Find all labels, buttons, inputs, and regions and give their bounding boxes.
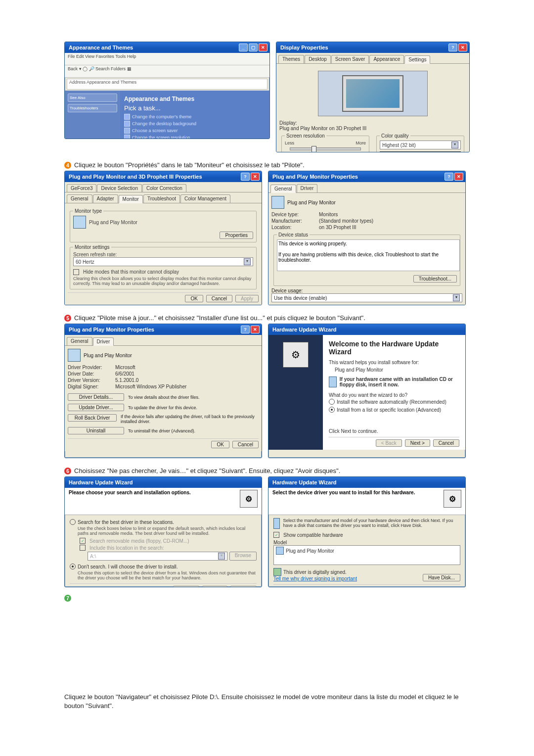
tab-general[interactable]: General bbox=[67, 337, 92, 345]
close-icon[interactable]: ✕ bbox=[454, 173, 463, 181]
task-screensaver[interactable]: Choose a screen saver bbox=[124, 128, 266, 134]
radio-auto[interactable]: Install the software automatically (Reco… bbox=[329, 399, 459, 405]
troubleshoot-button[interactable]: Troubleshoot... bbox=[413, 275, 457, 283]
tab-appearance[interactable]: Appearance bbox=[369, 55, 404, 63]
tab-driver[interactable]: Driver bbox=[297, 184, 318, 192]
help-icon[interactable]: ? bbox=[241, 173, 250, 181]
wiz1-titlebar: Hardware Update Wizard bbox=[268, 324, 465, 335]
cancel-button[interactable]: Cancel bbox=[434, 587, 460, 587]
driver-details-desc: To view details about the driver files. bbox=[128, 395, 200, 400]
radio-icon bbox=[329, 407, 335, 413]
tab-screen-saver[interactable]: Screen Saver bbox=[331, 55, 369, 63]
resolution-slider[interactable] bbox=[290, 147, 361, 150]
signer-value: Microsoft Windows XP Publisher bbox=[115, 384, 186, 389]
device-type-label: Device type: bbox=[271, 212, 315, 217]
radio-search-best[interactable]: Search for the best driver in these loca… bbox=[70, 519, 257, 525]
device-name: Plug and Play Monitor bbox=[84, 353, 132, 358]
tab-general[interactable]: General bbox=[270, 185, 296, 193]
tab-desktop[interactable]: Desktop bbox=[305, 55, 331, 63]
driver-date-label: Driver Date: bbox=[68, 371, 111, 377]
huw2-title: Hardware Update Wizard bbox=[69, 479, 133, 485]
wizard-side-art: ⚙ bbox=[268, 335, 323, 450]
checkbox-icon bbox=[80, 545, 86, 551]
tab-general[interactable]: General bbox=[67, 194, 92, 203]
cp-heading: Appearance and Themes bbox=[124, 95, 266, 102]
device-status-legend: Device status bbox=[277, 232, 310, 237]
tab-color-management[interactable]: Color Management bbox=[180, 194, 230, 203]
have-disk-button[interactable]: Have Disk... bbox=[423, 574, 460, 581]
ok-button[interactable]: OK bbox=[185, 295, 203, 302]
close-icon[interactable]: ✕ bbox=[458, 44, 467, 51]
uninstall-button[interactable]: Uninstall bbox=[68, 427, 124, 434]
model-item[interactable]: Plug and Play Monitor bbox=[276, 547, 458, 555]
drv-tabs: General Driver bbox=[65, 335, 262, 346]
cancel-button[interactable]: Cancel bbox=[433, 439, 459, 447]
tab-settings[interactable]: Settings bbox=[404, 55, 430, 64]
cp-sidebar: See Also Troubleshooters bbox=[65, 91, 120, 139]
display-value: Plug and Play Monitor on 3D Prophet III bbox=[279, 126, 466, 131]
maximize-icon[interactable]: ▢ bbox=[249, 44, 258, 51]
monitor-icon bbox=[271, 196, 284, 209]
help-icon[interactable]: ? bbox=[445, 173, 453, 181]
location-input[interactable]: A:\ ▾ bbox=[88, 552, 227, 561]
back-button[interactable]: < Back bbox=[377, 587, 403, 587]
task-theme[interactable]: Change the computer's theme bbox=[124, 114, 266, 120]
step-6-badge: 6 bbox=[64, 468, 71, 474]
cb-removable-media[interactable]: Search removable media (floppy, CD-ROM..… bbox=[80, 538, 257, 544]
wizard-search-options-window: Hardware Update Wizard Please choose you… bbox=[64, 476, 262, 587]
troubleshooters-box: Troubleshooters bbox=[68, 104, 117, 112]
cancel-button[interactable]: Cancel bbox=[206, 295, 232, 302]
next-button[interactable]: Next > bbox=[405, 439, 430, 447]
signer-label: Digital Signer: bbox=[68, 384, 111, 389]
radio-list[interactable]: Install from a list or specific location… bbox=[329, 407, 459, 413]
minimize-icon[interactable]: _ bbox=[239, 44, 248, 51]
browse-button[interactable]: Browse bbox=[229, 552, 257, 561]
close-icon[interactable]: ✕ bbox=[251, 326, 260, 333]
cancel-button[interactable]: Cancel bbox=[232, 441, 259, 448]
radio-dont-search[interactable]: Don't search. I will choose the driver t… bbox=[70, 564, 257, 569]
task-desktop-bg[interactable]: Change the desktop background bbox=[124, 121, 266, 127]
driver-version-label: Driver Version: bbox=[68, 378, 111, 383]
cb-show-compatible[interactable]: Show compatible hardware bbox=[273, 532, 460, 538]
cp-menubar[interactable]: File Edit View Favorites Tools Help bbox=[65, 53, 269, 65]
roll-back-driver-button[interactable]: Roll Back Driver bbox=[68, 414, 117, 422]
cb-include-location[interactable]: Include this location in the search: bbox=[80, 545, 257, 551]
hide-modes-checkbox[interactable] bbox=[73, 269, 79, 275]
tab-themes[interactable]: Themes bbox=[278, 55, 304, 63]
tab-troubleshoot[interactable]: Troubleshoot bbox=[143, 194, 180, 203]
help-icon[interactable]: ? bbox=[448, 44, 457, 51]
cp-title: Appearance and Themes bbox=[69, 45, 133, 50]
tab-adapter[interactable]: Adapter bbox=[93, 194, 118, 203]
apply-button[interactable]: Apply bbox=[235, 295, 259, 302]
tab-device-selection[interactable]: Device Selection bbox=[97, 184, 141, 192]
next-button[interactable]: Next > bbox=[406, 587, 431, 587]
cancel-button[interactable]: Cancel bbox=[230, 586, 257, 587]
monitor-icon bbox=[276, 547, 284, 555]
task-resolution[interactable]: Change the screen resolution bbox=[124, 135, 266, 139]
signing-info-link[interactable]: Tell me why driver signing is important bbox=[273, 576, 357, 581]
close-icon[interactable]: ✕ bbox=[259, 44, 267, 51]
tab-geforce3[interactable]: GeForce3 bbox=[67, 184, 96, 192]
device-status-text: This device is working properly. If you … bbox=[277, 239, 460, 271]
color-quality-select[interactable]: Highest (32 bit) ▾ bbox=[380, 141, 461, 149]
cp-address-bar[interactable]: Address Appearance and Themes bbox=[67, 79, 267, 90]
next-button[interactable]: Next > bbox=[202, 586, 227, 587]
tab-monitor[interactable]: Monitor bbox=[119, 195, 143, 203]
tab-color-correction[interactable]: Color Correction bbox=[142, 184, 186, 192]
back-button[interactable]: < Back bbox=[173, 586, 199, 587]
cp-toolbar[interactable]: Back ▾ ◯ 🔎 Search Folders ▦ bbox=[65, 65, 269, 78]
close-icon[interactable]: ✕ bbox=[251, 173, 260, 181]
help-icon[interactable]: ? bbox=[241, 326, 250, 333]
tab-driver[interactable]: Driver bbox=[93, 337, 114, 346]
update-driver-button[interactable]: Update Driver... bbox=[68, 404, 124, 411]
model-list[interactable]: Plug and Play Monitor bbox=[273, 545, 460, 565]
pnp-tabs: General Driver bbox=[268, 182, 465, 193]
step-4-text: Cliquez le bouton "Propriétés" dans le t… bbox=[74, 161, 305, 169]
radio-icon bbox=[70, 564, 76, 569]
back-button[interactable]: < Back bbox=[376, 439, 402, 447]
device-usage-select[interactable]: Use this device (enable) ▾ bbox=[271, 293, 462, 302]
driver-details-button[interactable]: Driver Details... bbox=[68, 393, 124, 401]
refresh-rate-select[interactable]: 60 Hertz ▾ bbox=[73, 257, 253, 266]
properties-button[interactable]: Properties bbox=[220, 232, 253, 239]
ok-button[interactable]: OK bbox=[211, 441, 229, 448]
